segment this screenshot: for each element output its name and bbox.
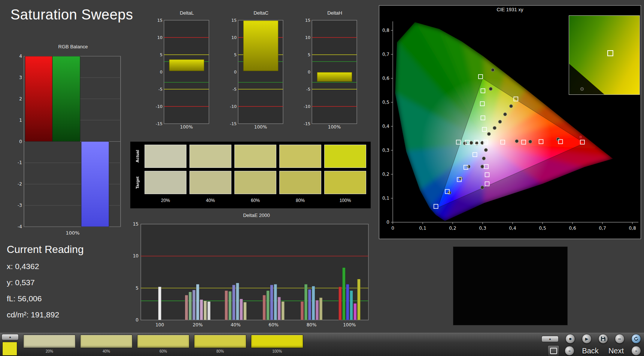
svg-text:5: 5	[234, 52, 237, 57]
corner-cluster: ▲	[1, 334, 20, 356]
svg-text:80%: 80%	[307, 322, 317, 328]
svg-text:0,3: 0,3	[382, 148, 389, 153]
svg-text:0,8: 0,8	[382, 28, 389, 33]
svg-text:0,7: 0,7	[382, 52, 389, 57]
pattern-swatch-color	[137, 335, 189, 348]
delta-c-title: DeltaC	[228, 10, 285, 16]
delta-e-2000-chart: DeltaE 2000 05101510020%40%60%80%100%	[131, 212, 372, 329]
delta-c-plot: 151050-5-10-15100%	[228, 16, 285, 130]
svg-text:-2: -2	[18, 181, 22, 187]
svg-text:-10: -10	[230, 104, 237, 109]
svg-text:-10: -10	[304, 104, 310, 109]
cie-zoom-inset	[569, 15, 640, 95]
calibration-app-window: Saturation Sweeps RGB Balance 43210-1-2-…	[0, 0, 644, 356]
svg-text:100%: 100%	[66, 230, 79, 236]
swatch-column-label: 40%	[189, 197, 231, 204]
play-icon: ▶	[585, 337, 588, 341]
pattern-window-button[interactable]	[547, 345, 559, 356]
svg-text:60%: 60%	[268, 322, 279, 328]
svg-text:-15: -15	[156, 121, 162, 126]
pattern-swatch-color	[251, 335, 303, 348]
stop-icon: ■	[569, 337, 572, 341]
swatch-target-20%	[145, 171, 186, 194]
pattern-swatch-label: 100%	[251, 349, 303, 353]
navigation-row: « Back Next »	[541, 345, 641, 356]
stop-button[interactable]: ■	[565, 334, 575, 344]
delta-l-plot: 151050-5-10-15100%	[154, 16, 210, 130]
current-reading-cdm2: cd/m²: 191,892	[7, 310, 83, 319]
svg-text:10: 10	[157, 35, 162, 40]
pattern-swatch-100%[interactable]: 100%	[251, 335, 303, 353]
rgb-balance-chart: RGB Balance 43210-1-2-3-4100%	[13, 43, 122, 239]
current-reading-heading: Current Reading	[7, 244, 83, 256]
swatch-actual-20%	[145, 145, 186, 168]
svg-text:4: 4	[19, 54, 22, 59]
refresh-button[interactable]	[631, 334, 641, 344]
svg-text:0,2: 0,2	[382, 172, 389, 177]
pattern-swatch-color	[23, 335, 76, 348]
infinity-icon: ∞	[618, 337, 621, 341]
svg-text:15: 15	[305, 18, 310, 23]
svg-text:0,8: 0,8	[629, 226, 636, 231]
pattern-swatch-label: 20%	[23, 349, 76, 353]
svg-text:0,3: 0,3	[479, 226, 486, 231]
svg-text:100: 100	[155, 322, 164, 328]
swatch-column-label: 60%	[234, 197, 276, 204]
back-button[interactable]: Back	[580, 347, 601, 355]
inset-target-marker	[607, 50, 613, 56]
swatch-row-label-target: Target	[135, 177, 140, 189]
svg-text:0: 0	[19, 139, 22, 144]
play-button[interactable]: ▶	[582, 334, 592, 344]
refresh-icon	[634, 336, 639, 341]
svg-text:10: 10	[231, 35, 237, 40]
svg-text:0,5: 0,5	[539, 226, 546, 231]
svg-text:5: 5	[308, 52, 310, 57]
svg-text:0,7: 0,7	[599, 226, 606, 231]
rgb-balance-plot: 43210-1-2-3-4100%	[13, 50, 122, 239]
save-button[interactable]	[598, 334, 608, 344]
next-chevron-button[interactable]: »	[631, 346, 641, 356]
pattern-swatch-label: 40%	[80, 349, 133, 353]
swatch-target-40%	[189, 171, 231, 194]
delta-l-title: DeltaL	[154, 10, 210, 16]
svg-text:10: 10	[305, 35, 310, 40]
pattern-swatch-60%[interactable]: 60%	[137, 335, 189, 353]
rgb-balance-title: RGB Balance	[13, 43, 122, 50]
pattern-swatch-label: 80%	[194, 349, 246, 353]
svg-text:100%: 100%	[254, 124, 267, 130]
svg-text:3: 3	[19, 75, 22, 80]
pattern-swatch-20%[interactable]: 20%	[23, 335, 76, 353]
svg-text:-3: -3	[18, 203, 22, 208]
collapse-strip-button[interactable]: ▲	[1, 334, 19, 340]
delta-e-plot: 05101510020%40%60%80%100%	[131, 219, 371, 329]
next-button[interactable]: Next	[606, 347, 626, 355]
back-chevron-button[interactable]: «	[565, 346, 574, 356]
svg-text:0: 0	[160, 70, 162, 75]
pattern-swatch-80%[interactable]: 80%	[194, 335, 246, 353]
svg-text:0: 0	[386, 220, 389, 225]
cie-1931-chart: CIE 1931 xy 00,10,20,30,40,50,60,70,800,…	[379, 5, 641, 239]
current-reading-fl: fL: 56,006	[7, 294, 83, 303]
eject-button[interactable]: ▲	[541, 336, 559, 342]
actual-target-swatch-panel: ActualTarget20%40%60%80%100%	[130, 142, 371, 208]
pattern-swatch-strip: 20%40%60%80%100%	[23, 335, 303, 353]
pattern-swatch-40%[interactable]: 40%	[80, 335, 133, 353]
pattern-swatch-color	[80, 335, 133, 348]
svg-text:0: 0	[391, 226, 394, 231]
svg-text:0,6: 0,6	[569, 226, 576, 231]
loop-button[interactable]: ∞	[615, 334, 625, 344]
current-patch-swatch	[2, 342, 17, 356]
svg-text:10: 10	[133, 253, 139, 259]
save-icon	[601, 336, 606, 341]
swatch-row-label-actual: Actual	[135, 150, 140, 163]
svg-text:100%: 100%	[328, 124, 341, 130]
svg-text:1: 1	[19, 118, 22, 123]
svg-text:2: 2	[19, 96, 22, 102]
transport-button-row: ▲ ■ ▶ ∞	[541, 334, 641, 344]
svg-text:5: 5	[160, 52, 162, 57]
svg-text:0: 0	[308, 70, 310, 75]
svg-text:15: 15	[231, 18, 237, 23]
svg-text:0,2: 0,2	[449, 226, 456, 231]
svg-text:0,1: 0,1	[419, 226, 426, 231]
swatch-column-label: 20%	[145, 197, 186, 204]
